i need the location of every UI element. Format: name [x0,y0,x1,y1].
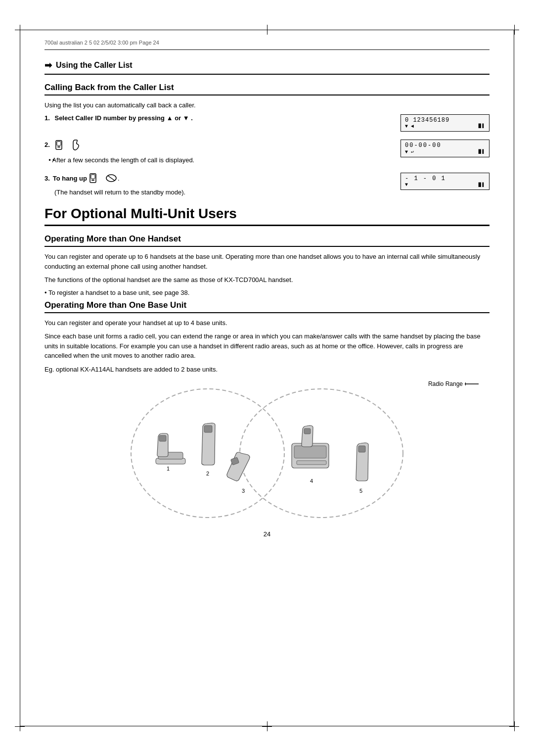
subsection-calling-back: Calling Back from the Caller List Using … [44,83,490,196]
svg-rect-14 [204,425,212,432]
major-title: For Optional Multi-Unit Users [44,206,490,226]
svg-rect-19 [294,446,326,458]
step1-left: 1. Select Caller ID number by pressing ▲… [44,114,391,122]
step3-lcd: - 1 - 0 1 ▼ ▐▌▌ [400,173,490,193]
handset-para2: The functions of the optional handset ar… [44,275,490,285]
svg-line-5 [108,176,115,181]
radio-range-label: Radio Range [428,379,480,389]
section-using-caller: ➡ Using the Caller List [44,60,490,75]
after-note: • After a few seconds the length of call… [52,155,391,165]
major-section: For Optional Multi-Unit Users Operating … [44,206,490,538]
svg-marker-7 [465,382,466,386]
step2-row: 2. [44,140,490,168]
handset-para1: You can register and operate up to 6 han… [44,252,490,271]
step2-lcd: 00-00-00 ▼ ↩ ▐▌▌ [400,140,490,160]
handset-icon-1 [55,140,69,150]
subsection-handset: Operating More than One Handset You can … [44,234,490,296]
svg-text:4: 4 [310,478,313,484]
step3-note: (The handset will return to the standby … [54,189,391,196]
svg-text:2: 2 [206,471,209,476]
step1-lcd: 0 123456189 ▼ ◄ ▐▌▌ [400,114,490,135]
step3-text: To hang up [53,175,87,182]
lcd1-signal: ▼ ◄ [405,124,414,129]
step3-period: . [118,175,120,182]
diagram-svg: 1 2 3 [129,379,405,522]
lcd3-signal: ▼ [405,182,408,188]
svg-rect-0 [57,142,61,145]
handset-bullet: • To register a handset to a base unit, … [44,289,490,296]
lcd-display-3: - 1 - 0 1 ▼ ▐▌▌ [400,173,490,190]
lcd1-battery: ▐▌▌ [477,124,485,129]
step2-line: 2. [44,140,391,150]
svg-text:3: 3 [242,488,245,494]
page: 700al australian 2 5 02 2/5/02 3:00 pm P… [0,0,534,756]
subsection-title-handset: Operating More than One Handset [44,234,490,247]
step3-left: 3. To hang up [44,173,391,196]
step3-row: 3. To hang up [44,173,490,196]
lcd1-row2: ▼ ◄ ▐▌▌ [405,124,485,129]
baseunit-para3: Eg. optional KX-A114AL handsets are adde… [44,365,490,375]
lcd-display-1: 0 123456189 ▼ ◄ ▐▌▌ [400,114,490,132]
lcd2-line1: 00-00-00 [405,142,485,149]
lcd2-row2: ▼ ↩ ▐▌▌ [405,149,485,155]
lcd-display-2: 00-00-00 ▼ ↩ ▐▌▌ [400,140,490,157]
step3-line: 3. To hang up [44,173,391,184]
handset-icon-2 [71,140,85,150]
down-arrow-sym: ▼ [183,114,189,122]
handset-icon-3 [89,173,103,184]
svg-text:5: 5 [359,488,362,494]
baseunit-para2: Since each base unit forms a radio cell,… [44,331,490,361]
crosshair-bc [262,721,272,731]
header-info: 700al australian 2 5 02 2/5/02 3:00 pm P… [44,40,490,50]
subsection-title-baseunit: Operating More than One Base Unit [44,300,490,313]
step2-left: 2. [44,140,391,168]
up-arrow-sym: ▲ [167,114,173,122]
svg-text:1: 1 [167,466,170,472]
subsection-title-calling-back: Calling Back from the Caller List [44,83,490,95]
lcd2-signal: ▼ ↩ [405,149,414,155]
step3-icons [89,173,118,184]
svg-rect-21 [304,428,311,434]
svg-rect-12 [159,435,166,441]
lcd3-row2: ▼ ▐▌▌ [405,182,485,188]
step1-text: 1. Select Caller ID number by pressing ▲… [44,114,391,122]
section-title-using-caller: ➡ Using the Caller List [44,60,490,75]
baseunit-para1: You can register and operate your handse… [44,318,490,328]
radio-range-arrow [465,379,480,389]
lcd2-battery: ▐▌▌ [477,149,485,154]
step2-icons [55,140,85,150]
after-note-text: • After a few seconds the length of call… [48,156,194,164]
intro-text: Using the list you can automatically cal… [44,100,490,110]
lcd1-line1: 0 123456189 [405,117,485,124]
svg-rect-3 [91,180,94,181]
subsection-baseunit: Operating More than One Base Unit You ca… [44,300,490,375]
lcd3-line1: - 1 - 0 1 [405,175,485,182]
diagram-container: Radio Range [44,379,490,538]
svg-rect-20 [297,461,326,465]
arrow-icon: ➡ [44,60,52,71]
svg-rect-2 [91,175,95,179]
lcd3-battery: ▐▌▌ [477,183,485,188]
svg-rect-1 [57,146,60,147]
end-call-icon [105,173,118,184]
page-number: 24 [44,530,490,538]
step1-instruction: Select Caller ID number by pressing ▲ or… [54,114,192,122]
crosshair-br [509,721,519,731]
crosshair-bl [15,721,25,731]
svg-rect-23 [358,446,365,452]
step1-row: 1. Select Caller ID number by pressing ▲… [44,114,490,135]
